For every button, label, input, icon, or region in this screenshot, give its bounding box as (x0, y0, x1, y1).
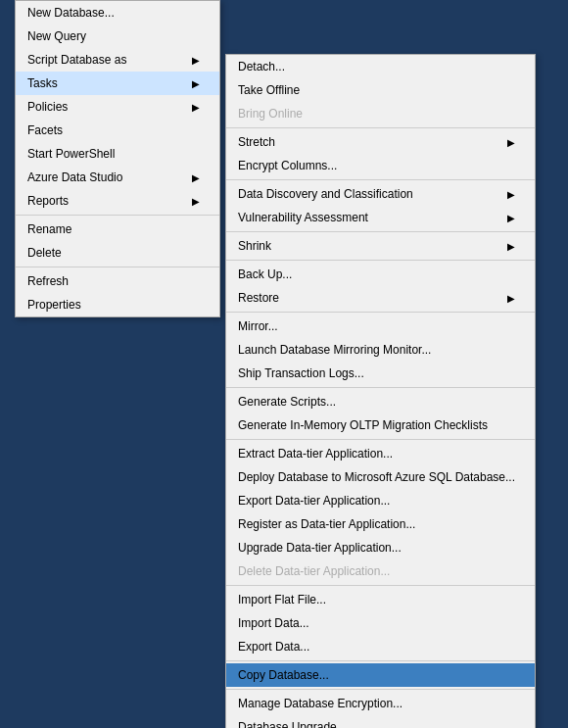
export-data-tier-item[interactable]: Export Data-tier Application... (226, 489, 535, 512)
azure-data-studio-label: Azure Data Studio (27, 170, 122, 184)
encrypt-columns-item[interactable]: Encrypt Columns... (226, 154, 535, 177)
generate-in-memory-item[interactable]: Generate In-Memory OLTP Migration Checkl… (226, 413, 535, 437)
manage-encryption-label: Manage Database Encryption... (238, 697, 402, 710)
shrink-item[interactable]: Shrink ▶ (226, 234, 535, 258)
encrypt-columns-label: Encrypt Columns... (238, 159, 337, 172)
data-discovery-label: Data Discovery and Classification (238, 187, 413, 201)
start-powershell-item[interactable]: Start PowerShell (16, 142, 219, 166)
stretch-label: Stretch (238, 135, 275, 149)
properties-label: Properties (27, 298, 81, 312)
policies-item[interactable]: Policies ▶ (16, 95, 219, 119)
restore-item[interactable]: Restore ▶ (226, 286, 535, 310)
restore-arrow-icon: ▶ (507, 293, 515, 304)
refresh-item[interactable]: Refresh (16, 269, 219, 293)
extract-data-tier-label: Extract Data-tier Application... (238, 447, 393, 461)
vulnerability-assessment-label: Vulnerability Assessment (238, 211, 368, 224)
import-data-label: Import Data... (238, 616, 309, 630)
rename-item[interactable]: Rename (16, 218, 219, 241)
sub-separator-1 (226, 127, 535, 128)
new-query-label: New Query (27, 29, 86, 43)
ship-transaction-item[interactable]: Ship Transaction Logs... (226, 362, 535, 385)
sub-separator-2 (226, 179, 535, 180)
vulnerability-arrow-icon: ▶ (507, 213, 515, 223)
import-data-item[interactable]: Import Data... (226, 611, 535, 635)
reports-label: Reports (27, 194, 69, 208)
stretch-arrow-icon: ▶ (507, 137, 515, 148)
new-query-item[interactable]: New Query (16, 24, 219, 48)
data-discovery-item[interactable]: Data Discovery and Classification ▶ (226, 182, 535, 206)
separator-2 (16, 267, 219, 267)
sub-separator-9 (226, 660, 535, 661)
launch-mirroring-label: Launch Database Mirroring Monitor... (238, 343, 431, 357)
azure-data-studio-item[interactable]: Azure Data Studio ▶ (16, 166, 219, 189)
back-up-item[interactable]: Back Up... (226, 263, 535, 286)
database-upgrade-label: Database Upgrade (238, 720, 337, 728)
take-offline-label: Take Offline (238, 83, 300, 97)
rename-label: Rename (27, 222, 71, 236)
bring-online-item: Bring Online (226, 102, 535, 125)
delete-data-tier-item: Delete Data-tier Application... (226, 559, 535, 583)
export-data-item[interactable]: Export Data... (226, 635, 535, 658)
properties-item[interactable]: Properties (16, 293, 219, 316)
data-discovery-arrow-icon: ▶ (507, 189, 515, 200)
export-data-tier-label: Export Data-tier Application... (238, 494, 390, 508)
sub-separator-10 (226, 689, 535, 690)
generate-scripts-label: Generate Scripts... (238, 395, 336, 409)
script-database-arrow-icon: ▶ (192, 55, 200, 66)
new-database-label: New Database... (27, 6, 115, 20)
import-flat-file-label: Import Flat File... (238, 593, 326, 607)
generate-scripts-item[interactable]: Generate Scripts... (226, 390, 535, 413)
sub-separator-6 (226, 387, 535, 388)
generate-in-memory-label: Generate In-Memory OLTP Migration Checkl… (238, 418, 488, 432)
deploy-database-label: Deploy Database to Microsoft Azure SQL D… (238, 470, 515, 484)
tasks-item[interactable]: Tasks ▶ (16, 72, 219, 95)
register-data-tier-item[interactable]: Register as Data-tier Application... (226, 512, 535, 536)
take-offline-item[interactable]: Take Offline (226, 78, 535, 102)
vulnerability-assessment-item[interactable]: Vulnerability Assessment ▶ (226, 206, 535, 229)
launch-mirroring-item[interactable]: Launch Database Mirroring Monitor... (226, 338, 535, 362)
detach-label: Detach... (238, 60, 285, 73)
reports-arrow-icon: ▶ (192, 196, 200, 207)
tasks-label: Tasks (27, 76, 58, 90)
import-flat-file-item[interactable]: Import Flat File... (226, 588, 535, 611)
manage-encryption-item[interactable]: Manage Database Encryption... (226, 692, 535, 715)
script-database-item[interactable]: Script Database as ▶ (16, 48, 219, 72)
sub-separator-3 (226, 231, 535, 232)
script-database-label: Script Database as (27, 53, 126, 67)
policies-label: Policies (27, 100, 68, 114)
extract-data-tier-item[interactable]: Extract Data-tier Application... (226, 442, 535, 465)
reports-item[interactable]: Reports ▶ (16, 189, 219, 213)
detach-item[interactable]: Detach... (226, 55, 535, 78)
ship-transaction-label: Ship Transaction Logs... (238, 366, 364, 380)
sub-separator-4 (226, 260, 535, 261)
delete-data-tier-label: Delete Data-tier Application... (238, 564, 390, 578)
mirror-item[interactable]: Mirror... (226, 315, 535, 338)
upgrade-data-tier-label: Upgrade Data-tier Application... (238, 541, 402, 555)
copy-database-item[interactable]: Copy Database... (226, 663, 535, 687)
sub-separator-5 (226, 312, 535, 313)
stretch-item[interactable]: Stretch ▶ (226, 130, 535, 154)
bring-online-label: Bring Online (238, 107, 303, 121)
restore-label: Restore (238, 291, 279, 305)
facets-item[interactable]: Facets (16, 119, 219, 142)
upgrade-data-tier-item[interactable]: Upgrade Data-tier Application... (226, 536, 535, 559)
policies-arrow-icon: ▶ (192, 102, 200, 113)
sub-separator-8 (226, 585, 535, 586)
sub-separator-7 (226, 439, 535, 440)
tasks-arrow-icon: ▶ (192, 78, 200, 89)
shrink-arrow-icon: ▶ (507, 241, 515, 252)
refresh-label: Refresh (27, 274, 69, 288)
azure-arrow-icon: ▶ (192, 172, 200, 183)
start-powershell-label: Start PowerShell (27, 147, 115, 161)
deploy-database-item[interactable]: Deploy Database to Microsoft Azure SQL D… (226, 465, 535, 489)
register-data-tier-label: Register as Data-tier Application... (238, 517, 415, 531)
database-upgrade-item[interactable]: Database Upgrade (226, 715, 535, 728)
mirror-label: Mirror... (238, 319, 278, 333)
delete-label: Delete (27, 246, 62, 260)
back-up-label: Back Up... (238, 267, 292, 281)
new-database-item[interactable]: New Database... (16, 1, 219, 24)
copy-database-label: Copy Database... (238, 668, 329, 682)
delete-item[interactable]: Delete (16, 241, 219, 265)
main-context-menu: New Database... New Query Script Databas… (15, 0, 220, 317)
export-data-label: Export Data... (238, 640, 309, 654)
